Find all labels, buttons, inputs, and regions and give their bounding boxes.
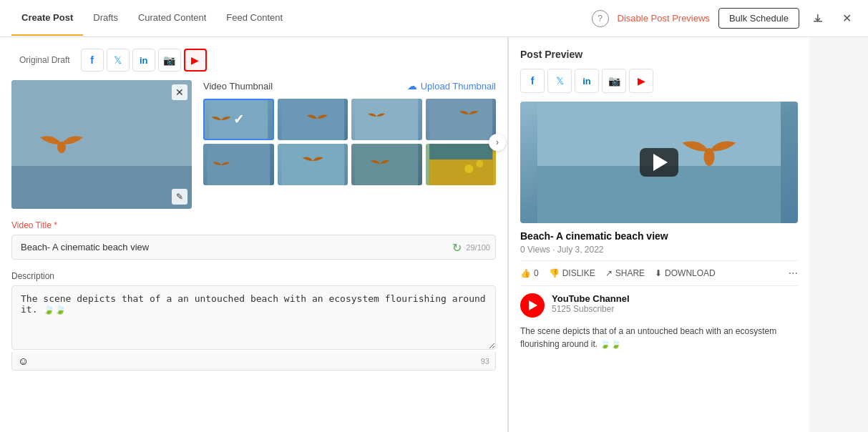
play-button-overlay[interactable] xyxy=(640,148,678,177)
preview-tab-twitter[interactable]: 𝕏 xyxy=(547,69,572,93)
twitter-icon: 𝕏 xyxy=(114,54,122,66)
top-nav: Create Post Drafts Curated Content Feed … xyxy=(0,0,868,37)
description-char-count: 93 xyxy=(481,357,489,365)
thumbnail-section-title: Video Thumbnail xyxy=(203,81,273,92)
preview-youtube-icon: ▶ xyxy=(638,75,645,87)
youtube-play-icon xyxy=(529,300,537,310)
share-icon: ↗ xyxy=(605,268,613,278)
thumbnail-item-8[interactable] xyxy=(426,144,497,185)
svg-point-19 xyxy=(704,148,715,166)
dislike-label: DISLIKE xyxy=(562,268,595,278)
video-preview-close-button[interactable]: ✕ xyxy=(172,84,187,100)
platform-tab-twitter[interactable]: 𝕏 xyxy=(107,49,130,72)
help-icon[interactable]: ? xyxy=(592,10,609,27)
export-icon[interactable] xyxy=(808,9,828,29)
bulk-schedule-button[interactable]: Bulk Schedule xyxy=(718,8,799,29)
thumbnail-item-3[interactable] xyxy=(351,99,422,140)
refresh-icon[interactable]: ↻ xyxy=(452,240,462,254)
preview-tab-instagram[interactable]: 📷 xyxy=(602,69,626,93)
platform-tab-linkedin[interactable]: in xyxy=(132,49,155,72)
tab-feed-content[interactable]: Feed Content xyxy=(216,1,293,36)
video-preview-edit-button[interactable]: ✎ xyxy=(172,189,187,205)
youtube-icon: ▶ xyxy=(191,54,199,66)
video-title-label: Video Title * xyxy=(11,220,496,230)
like-button[interactable]: 👍 0 xyxy=(520,268,539,278)
share-label: SHARE xyxy=(615,268,645,278)
thumbnail-item-5[interactable] xyxy=(203,144,274,185)
preview-meta: 0 Views · July 3, 2022 xyxy=(520,245,798,255)
platform-tab-instagram[interactable]: 📷 xyxy=(158,49,181,72)
required-marker: * xyxy=(54,220,57,230)
thumbnail-item-7[interactable] xyxy=(351,144,422,185)
thumbnail-section: Video Thumbnail ☁ Upload Thumbnail xyxy=(203,80,496,209)
thumbs-up-icon: 👍 xyxy=(520,268,531,278)
tab-create-post[interactable]: Create Post xyxy=(11,1,83,36)
svg-rect-1 xyxy=(817,14,819,20)
dislike-button[interactable]: 👎 DISLIKE xyxy=(549,268,595,278)
more-options-button[interactable]: ··· xyxy=(789,267,798,280)
preview-instagram-icon: 📷 xyxy=(608,75,620,87)
svg-rect-14 xyxy=(429,144,492,159)
emoji-button[interactable]: ☺ xyxy=(18,355,29,367)
preview-twitter-icon: 𝕏 xyxy=(556,75,564,87)
svg-rect-6 xyxy=(281,99,344,140)
preview-tab-linkedin[interactable]: in xyxy=(575,69,599,93)
like-count: 0 xyxy=(534,268,539,278)
share-button[interactable]: ↗ SHARE xyxy=(605,268,645,278)
input-actions: ↻ 29/100 xyxy=(452,240,490,254)
thumbnail-next-button[interactable]: › xyxy=(489,134,506,151)
download-button[interactable]: ⬇ DOWNLOAD xyxy=(655,268,716,278)
platform-tab-facebook[interactable]: f xyxy=(81,49,104,72)
upload-thumbnail-button[interactable]: ☁ Upload Thumbnail xyxy=(407,80,496,92)
thumbnail-item-2[interactable] xyxy=(278,99,348,140)
platform-tab-youtube[interactable]: ▶ xyxy=(184,49,207,72)
channel-name: YouTube Channel xyxy=(552,293,630,304)
channel-info: YouTube Channel 5125 Subscriber xyxy=(552,293,630,314)
cloud-upload-icon: ☁ xyxy=(407,80,417,92)
preview-actions: 👍 0 👎 DISLIKE ↗ SHARE ⬇ DOWNLOAD ··· xyxy=(520,260,798,286)
nav-tabs: Create Post Drafts Curated Content Feed … xyxy=(11,1,293,36)
yt-preview-video xyxy=(520,102,798,223)
thumbnail-item-4[interactable] xyxy=(426,99,497,140)
download-icon: ⬇ xyxy=(655,268,662,278)
svg-rect-3 xyxy=(11,166,192,209)
video-title-section: Video Title * ↻ 29/100 xyxy=(11,220,496,260)
tab-curated-content[interactable]: Curated Content xyxy=(128,1,216,36)
channel-subscribers: 5125 Subscriber xyxy=(552,304,630,314)
main-layout: Original Draft f 𝕏 in 📷 ▶ xyxy=(0,37,868,432)
post-preview-title: Post Preview xyxy=(520,49,798,60)
original-draft-label[interactable]: Original Draft xyxy=(11,50,78,70)
svg-rect-11 xyxy=(355,144,418,185)
thumbnail-item-6[interactable] xyxy=(278,144,348,185)
description-section: Description The scene depicts that of a … xyxy=(11,271,496,370)
channel-row: YouTube Channel 5125 Subscriber xyxy=(520,293,798,318)
video-preview: ✕ ✎ xyxy=(11,80,192,209)
thumbnail-item-1[interactable]: ✓ xyxy=(203,99,274,140)
video-title-input[interactable] xyxy=(11,235,496,260)
preview-platform-tabs: f 𝕏 in 📷 ▶ xyxy=(520,69,798,93)
close-icon[interactable]: ✕ xyxy=(837,9,857,29)
disable-post-previews-button[interactable]: Disable Post Previews xyxy=(618,13,710,24)
preview-linkedin-icon: in xyxy=(582,76,591,87)
svg-point-4 xyxy=(57,142,66,153)
tab-drafts[interactable]: Drafts xyxy=(83,1,128,36)
svg-rect-8 xyxy=(429,99,492,140)
preview-tab-youtube[interactable]: ▶ xyxy=(629,69,653,93)
svg-rect-10 xyxy=(281,144,344,185)
thumbs-down-icon: 👎 xyxy=(549,268,560,278)
linkedin-icon: in xyxy=(140,55,148,66)
right-panel: Post Preview f 𝕏 in 📷 ▶ xyxy=(509,37,809,432)
description-textarea[interactable]: The scene depicts that of a an untouched… xyxy=(11,285,496,350)
platform-tabs: Original Draft f 𝕏 in 📷 ▶ xyxy=(11,49,496,72)
svg-rect-7 xyxy=(355,99,418,140)
description-label: Description xyxy=(11,271,496,281)
description-bottom-bar: ☺ 93 xyxy=(11,352,496,370)
svg-rect-13 xyxy=(429,158,492,185)
preview-tab-facebook[interactable]: f xyxy=(520,69,545,93)
youtube-channel-icon xyxy=(520,293,545,318)
upload-thumb-label: Upload Thumbnail xyxy=(421,81,496,92)
content-row: ✕ ✎ Video Thumbnail ☁ Upload Thumbnail xyxy=(11,80,496,209)
svg-point-15 xyxy=(464,165,473,173)
description-wrap: The scene depicts that of a an untouched… xyxy=(11,285,496,370)
left-panel: Original Draft f 𝕏 in 📷 ▶ xyxy=(0,37,508,432)
